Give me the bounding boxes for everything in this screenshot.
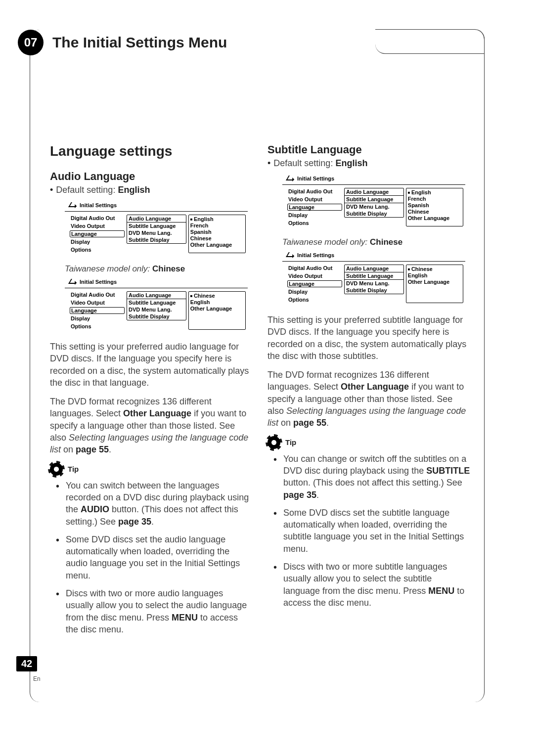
osd-mid-item: DVD Menu Lang. [345, 280, 403, 287]
osd-left-item: Display [70, 238, 125, 245]
osd-left-item: Video Output [70, 222, 125, 229]
page-frame: 07 The Initial Settings Menu Language se… [30, 30, 485, 702]
osd-mid-item: Subtitle Display [127, 236, 186, 243]
osd-mid-item: Audio Language [127, 292, 186, 299]
osd-right-item: English [190, 216, 244, 222]
tip-item: Some DVD discs set the audio language au… [64, 534, 253, 581]
osd-mid-item: Subtitle Display [345, 287, 403, 294]
osd-left-item: Video Output [287, 196, 342, 203]
tip-label: Tip [68, 465, 79, 473]
osd-left-item: Language [287, 280, 342, 287]
paragraph: This setting is your preferred audio lan… [50, 341, 253, 389]
note-value: Chinese [370, 237, 402, 247]
osd-mid-item: Subtitle Language [127, 299, 186, 306]
osd-right-item: Chinese [190, 293, 244, 299]
osd-left-item: Digital Audio Out [287, 265, 342, 271]
default-value: English [335, 158, 367, 168]
osd-screenshot: Initial Settings Digital Audio OutVideo … [282, 174, 465, 231]
tip-item: You can switch between the languages rec… [64, 480, 253, 528]
note-prefix: Taiwanese model only: [65, 264, 150, 273]
osd-right-item: Other Language [408, 279, 461, 285]
osd-mid-item: DVD Menu Lang. [127, 229, 186, 236]
osd-title: Initial Settings [65, 200, 248, 210]
osd-left-item: Language [70, 230, 125, 237]
paragraph: The DVD format recognizes 136 different … [267, 369, 470, 429]
osd-left-item: Display [287, 288, 342, 295]
osd-right-item: Chinese [190, 235, 244, 241]
osd-mid-item: Audio Language [127, 215, 186, 222]
model-note: Taiwanese model only: Chinese [282, 237, 470, 247]
osd-left-item: Options [287, 220, 342, 226]
osd-left-item: Options [70, 323, 125, 330]
osd-right-item: English [408, 272, 461, 278]
chapter-header: 07 The Initial Settings Menu [18, 30, 227, 55]
osd-mid-item: Audio Language [345, 188, 403, 195]
osd-mid-item: Subtitle Display [345, 210, 403, 217]
tip-header: Tip [50, 463, 253, 476]
tip-item: Discs with two or more audio languages u… [64, 587, 253, 635]
return-icon [68, 279, 78, 284]
paragraph: The DVD format recognizes 136 different … [50, 396, 253, 455]
tip-item: Some DVD discs set the subtitle language… [281, 507, 470, 555]
tip-item: You can change or switch off the subtitl… [281, 453, 470, 501]
osd-right-item: French [190, 222, 244, 228]
language-footer: En [33, 675, 41, 682]
osd-left-item: Digital Audio Out [70, 215, 125, 222]
osd-title: Initial Settings [282, 174, 465, 183]
default-value: English [118, 185, 150, 195]
osd-left-item: Language [70, 307, 125, 314]
paragraph: This setting is your preferred subtitle … [267, 314, 470, 362]
osd-mid-item: DVD Menu Lang. [127, 306, 186, 313]
default-label: Default setting: [56, 185, 115, 195]
tip-list: You can switch between the languages rec… [50, 480, 253, 636]
default-label: Default setting: [273, 158, 333, 168]
osd-left-item: Video Output [287, 272, 342, 279]
chapter-title: The Initial Settings Menu [52, 34, 227, 51]
subsection-heading-audio: Audio Language [50, 170, 253, 183]
osd-title: Initial Settings [282, 250, 465, 260]
tip-item: Discs with two or more subtitle language… [281, 561, 470, 609]
osd-right-item: Other Language [190, 306, 244, 311]
osd-right-item: English [408, 189, 461, 195]
tip-header: Tip [267, 436, 470, 449]
osd-left-item: Options [287, 296, 342, 303]
osd-left-item: Display [287, 212, 342, 219]
osd-mid-item: DVD Menu Lang. [345, 203, 403, 210]
osd-left-item: Options [70, 246, 125, 253]
left-column: Language settings Audio Language •Defaul… [50, 143, 253, 641]
osd-screenshot: Initial Settings Digital Audio OutVideo … [282, 250, 465, 308]
note-value: Chinese [152, 264, 185, 273]
osd-right-item: Other Language [408, 215, 461, 221]
default-setting-line: •Default setting: English [50, 185, 253, 195]
osd-mid-item: Subtitle Language [345, 195, 403, 203]
osd-title: Initial Settings [65, 277, 248, 287]
osd-screenshot: Initial Settings Digital Audio OutVideo … [65, 277, 248, 335]
osd-right-item: English [190, 299, 244, 305]
osd-right-item: Spanish [190, 229, 244, 235]
return-icon [286, 176, 296, 180]
osd-left-item: Digital Audio Out [70, 291, 125, 298]
osd-mid-item: Audio Language [345, 265, 403, 272]
osd-right-item: Chinese [408, 266, 461, 272]
note-prefix: Taiwanese model only: [282, 237, 367, 247]
subsection-heading-subtitle: Subtitle Language [267, 143, 470, 156]
model-note: Taiwanese model only: Chinese [65, 264, 253, 274]
tip-icon [267, 436, 280, 449]
osd-mid-item: Subtitle Language [345, 272, 403, 280]
osd-left-item: Display [70, 315, 125, 322]
tip-icon [50, 463, 63, 476]
osd-left-item: Digital Audio Out [287, 188, 342, 195]
osd-right-item: Spanish [408, 202, 461, 208]
tip-label: Tip [285, 438, 296, 446]
return-icon [286, 252, 296, 257]
return-icon [68, 202, 78, 207]
page-number: 42 [16, 656, 37, 671]
default-setting-line: •Default setting: English [267, 158, 470, 169]
osd-right-item: Chinese [408, 209, 461, 215]
osd-right-item: Other Language [190, 242, 244, 248]
right-column: Subtitle Language •Default setting: Engl… [267, 143, 470, 641]
chapter-number-badge: 07 [18, 30, 44, 55]
section-heading: Language settings [50, 143, 253, 159]
tip-list: You can change or switch off the subtitl… [267, 453, 470, 609]
osd-left-item: Video Output [70, 299, 125, 306]
